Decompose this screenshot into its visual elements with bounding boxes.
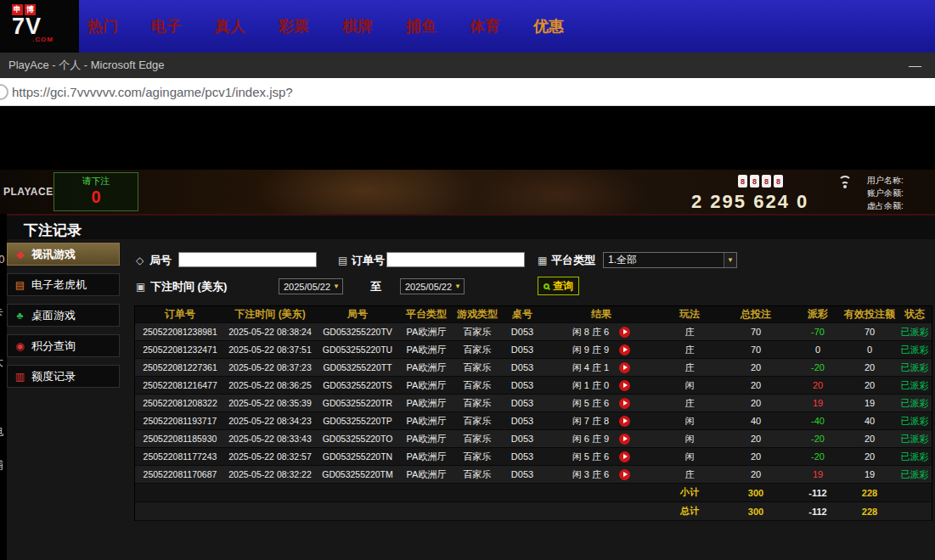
cell-order-id: 250522081232471 (135, 344, 225, 355)
cell-payout: 19 (792, 469, 843, 479)
date-to-select[interactable]: 2025/05/22 ▼ (400, 278, 465, 294)
replay-button[interactable] (619, 327, 630, 338)
edge-fragment: 大 (0, 355, 3, 370)
nav-item-sports[interactable]: 体育 (470, 16, 500, 36)
cell-bet-time: 2025-05-22 08:38:24 (225, 327, 315, 337)
result-text: 闲 4 庄 1 (572, 361, 609, 374)
replay-button[interactable] (619, 416, 630, 427)
left-edge-fragments: 00卡大电捕 (0, 214, 7, 560)
order-number-icon: ▤ (338, 255, 347, 266)
round-number-input[interactable] (178, 252, 317, 267)
table-game-icon: ♣ (14, 310, 26, 322)
column-header: 玩法 (660, 307, 719, 322)
nav-item-live[interactable]: 真人 (215, 16, 245, 36)
table-row: 2505220812083222025-05-22 08:35:39GD0532… (135, 395, 932, 412)
nav-item-board[interactable]: 棋牌 (342, 16, 373, 36)
nav-item-slots[interactable]: 电子 (151, 16, 182, 36)
cell-valid-bet: 20 (843, 434, 896, 444)
bet-time-label: 下注时间 (美东) (150, 279, 227, 294)
replay-button[interactable] (619, 469, 630, 480)
search-button[interactable]: 查询 (538, 277, 579, 295)
brand-logo[interactable]: 申 博 7V .COM (0, 0, 79, 53)
account-info-label: 虚占余额: (867, 199, 904, 212)
game-background-strip: PLAYACE 请下注 0 8888 2 295 624 0 用户名称:账户余额… (0, 170, 935, 214)
cell-game-type: 百家乐 (453, 433, 502, 445)
round-number-icon: ◇ (136, 255, 144, 266)
cell-game-type: 百家乐 (453, 326, 502, 339)
cell-order-id: 250522081193717 (135, 416, 225, 426)
blank-page-area (0, 106, 935, 170)
sum-total-bet: 300 (719, 507, 792, 517)
sidebar-item-credit-records[interactable]: ▥额度记录 (7, 365, 120, 388)
nav-item-fishing[interactable]: 捕鱼 (406, 16, 437, 36)
cell-valid-bet: 40 (843, 416, 896, 426)
order-number-input[interactable] (386, 252, 525, 267)
sidebar-item-table-games[interactable]: ♣桌面游戏 (7, 304, 120, 327)
minimize-button[interactable]: — (909, 53, 921, 78)
table-row: 2505220811859302025-05-22 08:33:43GD0532… (135, 430, 932, 448)
replay-button[interactable] (619, 434, 630, 445)
cell-game-type: 百家乐 (453, 415, 502, 428)
cell-bet-time: 2025-05-22 08:34:23 (225, 416, 315, 426)
cell-payout: -70 (792, 327, 843, 337)
replay-button[interactable] (619, 362, 630, 373)
cell-platform: PA欧洲厅 (400, 361, 453, 374)
table-row: 2505220812273612025-05-22 08:37:23GD0532… (135, 359, 932, 377)
casino-blur (255, 170, 476, 214)
cell-play-type: 庄 (660, 326, 719, 339)
cell-total-bet: 20 (719, 362, 792, 372)
cell-payout: -20 (792, 362, 843, 372)
cell-bet-time: 2025-05-22 08:37:51 (225, 344, 315, 355)
cell-result: 闲 3 庄 6 (543, 468, 660, 481)
result-text: 闲 5 庄 6 (572, 451, 609, 463)
cell-valid-bet: 20 (843, 451, 896, 462)
cell-table-no: D053 (502, 469, 543, 479)
cell-table-no: D053 (502, 362, 543, 372)
cell-valid-bet: 0 (843, 344, 896, 355)
address-url[interactable]: https://gci.7vvvvvv.com/agingame/pcv1/in… (12, 78, 293, 106)
cell-valid-bet: 19 (843, 469, 896, 479)
nav-item-promo[interactable]: 优惠 (533, 16, 564, 36)
column-header: 派彩 (792, 307, 843, 322)
replay-button[interactable] (619, 380, 630, 391)
nav-item-lottery[interactable]: 彩票 (279, 16, 309, 36)
account-info-label: 账户余额: (867, 187, 904, 199)
sidebar-item-points-query[interactable]: ◉积分查询 (7, 334, 120, 357)
replay-button[interactable] (619, 398, 630, 409)
sum-valid-bet: 228 (843, 488, 896, 498)
cell-table-no: D053 (502, 344, 543, 355)
sum-valid-bet: 228 (843, 507, 896, 517)
cell-platform: PA欧洲厅 (400, 397, 453, 410)
cell-round-id: GD053255220TP (315, 416, 400, 426)
browser-nav-icon[interactable] (0, 84, 8, 100)
cell-table-no: D053 (502, 380, 543, 390)
account-info-labels: 用户名称:账户余额:虚占余额: (867, 174, 904, 212)
sidebar-item-video-games[interactable]: ◆视讯游戏 (7, 243, 120, 266)
credit-record-icon: ▥ (14, 371, 26, 383)
cell-total-bet: 40 (719, 416, 792, 426)
replay-button[interactable] (619, 451, 630, 462)
cell-payout: -20 (792, 434, 843, 444)
sum-label: 总计 (660, 505, 719, 518)
cell-result: 闲 6 庄 9 (543, 433, 660, 445)
cell-status: 已派彩 (896, 415, 933, 428)
cell-table-no: D053 (502, 451, 543, 462)
column-header: 有效投注额 (843, 307, 896, 322)
cell-bet-time: 2025-05-22 08:33:43 (225, 434, 315, 444)
date-from-select[interactable]: 2025/05/22 ▼ (279, 278, 343, 294)
cell-total-bet: 20 (719, 469, 792, 479)
sidebar-item-slot-machines[interactable]: ▤电子老虎机 (7, 273, 120, 296)
cell-game-type: 百家乐 (453, 379, 502, 392)
table-row: 2505220812389812025-05-22 08:38:24GD0532… (135, 323, 932, 341)
cell-payout: -20 (792, 451, 843, 462)
casino-blur (476, 170, 645, 214)
bet-prompt-label: 请下注 (54, 175, 138, 188)
order-number-label: 订单号 (352, 253, 385, 268)
cell-status: 已派彩 (896, 433, 933, 445)
cell-total-bet: 70 (719, 327, 792, 337)
account-info-label: 用户名称: (867, 174, 904, 187)
cell-bet-time: 2025-05-22 08:37:23 (225, 362, 315, 372)
replay-button[interactable] (619, 344, 630, 356)
platform-type-select[interactable]: 1.全部 ▼ (603, 252, 737, 268)
nav-item-hot[interactable]: 热门 (87, 16, 118, 36)
